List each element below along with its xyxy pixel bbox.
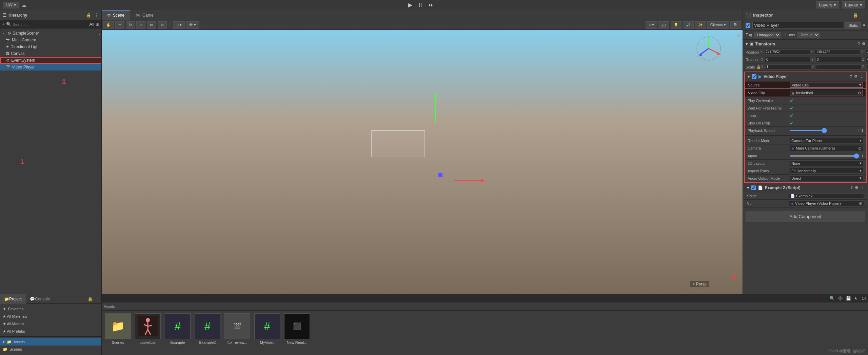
skipondrop-check[interactable]: ✔ <box>790 120 794 126</box>
move-tool-btn[interactable]: ✛ <box>115 21 124 29</box>
asset-item-fbxreview[interactable]: 🎬 fbx-review... <box>224 313 251 344</box>
tag-select[interactable]: Untagged <box>754 32 781 38</box>
transform-arrow[interactable]: ▾ <box>746 42 748 46</box>
playbackspeed-slider[interactable] <box>790 130 859 131</box>
script-settings-icon[interactable]: ⚙ <box>855 185 858 190</box>
assets-header[interactable]: ▾ 📁 Assets <box>0 338 101 346</box>
layout-dropdown[interactable]: Layout ▾ <box>842 1 865 8</box>
audio-btn[interactable]: 🔊 <box>683 21 694 29</box>
step-button[interactable]: ⏭ <box>427 1 436 9</box>
tree-item-eventsystem[interactable]: ⚙ EventSystem <box>0 57 101 64</box>
scale-tool-btn[interactable]: ⤢ <box>136 21 145 29</box>
view-btn[interactable]: 👁 ▾ <box>186 21 199 29</box>
scene-view[interactable]: Y X Z < Persp ≡ 2 <box>102 30 743 294</box>
all-materials-item[interactable]: ★ All Materials <box>0 313 101 320</box>
hierarchy-search-input[interactable] <box>13 22 87 26</box>
vp-arrow[interactable]: ▾ <box>748 74 750 79</box>
scale-z-input[interactable] <box>866 64 868 70</box>
tree-item-maincamera[interactable]: 📷 Main Camera <box>0 37 101 43</box>
vp-pick-icon[interactable]: ⊙ <box>859 201 862 206</box>
transform-settings-icon[interactable]: ⚙ <box>862 42 865 46</box>
tree-item-canvas[interactable]: 🖼 Canvas <box>0 50 101 57</box>
search-scene-btn[interactable]: 🔍 <box>730 21 741 29</box>
all-models-item[interactable]: ★ All Models <box>0 320 101 328</box>
pause-button[interactable]: ⏸ <box>416 1 425 9</box>
asset-item-example2[interactable]: # Example2 <box>194 313 221 344</box>
aspectratio-arrow[interactable]: ▾ <box>860 169 862 173</box>
layer-select[interactable]: Default <box>797 32 820 38</box>
camera-pick-icon[interactable]: ⊙ <box>858 146 862 151</box>
vfx-btn[interactable]: ✨ <box>695 21 706 29</box>
scene-menu-icon[interactable]: ≡ <box>737 33 740 39</box>
vp-more-icon[interactable]: ⋮ <box>860 74 863 79</box>
script-question-icon[interactable]: ? <box>850 185 853 190</box>
transform-question-icon[interactable]: ? <box>857 42 860 46</box>
hand-tool-btn[interactable]: ✋ <box>103 21 114 29</box>
pos-y-input[interactable] <box>815 50 861 55</box>
source-value[interactable]: Video Clip ▾ <box>790 82 863 88</box>
all-prefabs-item[interactable]: ★ All Prefabs <box>0 328 101 335</box>
static-arrow[interactable]: ▾ <box>863 23 865 28</box>
playonawake-check[interactable]: ✔ <box>790 98 794 103</box>
script-value[interactable]: 📄 Example2 <box>789 193 864 199</box>
tab-scene[interactable]: ⚙ Scene <box>102 10 130 20</box>
script-arrow[interactable]: ▾ <box>747 185 749 190</box>
layers-dropdown[interactable]: Layers ▾ <box>816 1 839 8</box>
tree-item-videoplayer[interactable]: 🎬 Video Player <box>0 64 101 71</box>
gameobj-checkbox[interactable] <box>746 23 750 28</box>
packages-header[interactable]: ▾ 📦 Packages <box>0 353 101 355</box>
asset-item-basketball[interactable]: basketball <box>134 313 161 344</box>
asset-item-myvideo[interactable]: # MyVideo <box>254 313 281 344</box>
tab-game[interactable]: 🎮 Game <box>130 10 159 20</box>
search-icon-assets[interactable]: 🔍 <box>829 296 835 301</box>
2d-btn[interactable]: 2D <box>658 21 669 29</box>
project-lock-icon[interactable]: 🔒 <box>87 296 93 301</box>
lock-icon-insp[interactable]: 🔒 <box>853 13 858 18</box>
plus-icon[interactable]: + <box>2 22 5 27</box>
videoclip-value[interactable]: ◉ basketball ⊙ <box>790 90 863 96</box>
more-icon-insp[interactable]: ⋮ <box>861 13 865 18</box>
assets-grid[interactable]: 📁 Scenes b <box>102 311 868 355</box>
alpha-slider[interactable] <box>790 155 859 157</box>
create-icon[interactable]: ➕ <box>837 296 843 301</box>
loop-check[interactable]: ✔ <box>790 113 794 118</box>
favorites-header[interactable]: ★ Favorites <box>0 305 101 313</box>
scale-x-input[interactable] <box>765 64 811 70</box>
vp-settings-icon[interactable]: ⚙ <box>854 74 857 79</box>
gizmos-btn[interactable]: Gizmos ▾ <box>707 21 729 29</box>
vp-question-icon[interactable]: ? <box>850 74 852 79</box>
scale-y-input[interactable] <box>816 64 862 70</box>
play-button[interactable]: ▶ <box>406 1 414 9</box>
camera-value[interactable]: ◉ Main Camera (Camera) ⊙ <box>790 145 863 151</box>
script-more-icon[interactable]: ⋮ <box>860 185 864 190</box>
rendermode-arrow[interactable]: ▾ <box>860 138 862 143</box>
pos-x-input[interactable] <box>764 50 810 55</box>
hw-button[interactable]: HW ▾ <box>3 2 19 8</box>
vp-checkbox[interactable] <box>752 74 756 79</box>
asset-item-example[interactable]: # Example <box>164 313 191 344</box>
rendermode-value[interactable]: Camera Far Plane ▾ <box>790 138 863 143</box>
rot-x-input[interactable] <box>765 57 811 62</box>
3dlayout-arrow[interactable]: ▾ <box>860 161 862 165</box>
star-icon-assets[interactable]: ★ <box>854 296 858 301</box>
script-checkbox[interactable] <box>751 185 756 190</box>
light-btn[interactable]: 💡 <box>671 21 682 29</box>
scenes-item[interactable]: 📁 Scenes <box>0 346 101 353</box>
save-icon[interactable]: 💾 <box>846 296 851 301</box>
audiooutputmode-arrow[interactable]: ▾ <box>860 176 862 180</box>
scene-menu[interactable]: ⋮ <box>98 31 101 36</box>
add-component-button[interactable]: Add Component <box>746 211 865 222</box>
rot-z-input[interactable] <box>866 57 868 62</box>
rot-y-input[interactable] <box>815 57 861 62</box>
tree-item-dirlight[interactable]: ☀ Directional Light <box>0 43 101 50</box>
static-button[interactable]: Static <box>845 22 861 28</box>
tab-console[interactable]: 💬 Console <box>26 294 54 304</box>
pos-z-input[interactable] <box>865 50 868 55</box>
snap-btn[interactable]: ⊞ ▾ <box>173 21 185 29</box>
videoclip-pick-icon[interactable]: ⊙ <box>858 91 861 95</box>
transform-tool-btn[interactable]: ⊕ <box>158 21 167 29</box>
asset-item-newrend[interactable]: ⬛ New Rend... <box>283 313 311 344</box>
source-arrow[interactable]: ▾ <box>859 83 861 87</box>
asset-item-scenes[interactable]: 📁 Scenes <box>104 313 132 344</box>
tree-item-samplescene[interactable]: ▾ ⚙ SampleScene* ⋮ <box>0 30 101 37</box>
